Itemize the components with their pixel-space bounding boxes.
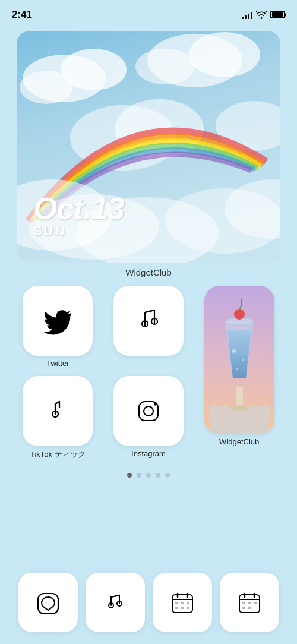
twitter-label: Twitter — [46, 359, 69, 368]
page-dot-2[interactable] — [137, 473, 141, 478]
widget-date: Oct.13 SUN — [33, 191, 124, 239]
page-dots — [0, 473, 297, 478]
instagram-icon — [133, 396, 164, 427]
svg-rect-43 — [248, 602, 251, 604]
status-time: 2:41 — [12, 9, 32, 21]
tiktok-label: TikTok ティック — [30, 449, 86, 460]
music-notes-icon — [102, 589, 129, 616]
line-icon — [34, 589, 62, 616]
svg-point-22 — [242, 359, 244, 361]
music-app-item — [108, 286, 190, 368]
svg-rect-44 — [254, 602, 257, 604]
music-icon-bg[interactable] — [113, 286, 184, 356]
svg-rect-17 — [236, 387, 243, 408]
widgetclub-icon[interactable] — [204, 286, 274, 434]
calendar1-icon — [169, 589, 196, 616]
page-dot-5[interactable] — [165, 473, 170, 478]
svg-point-23 — [236, 368, 238, 370]
svg-rect-45 — [242, 607, 245, 609]
calendar2-dock-item[interactable] — [220, 573, 279, 632]
page-dot-3[interactable] — [146, 473, 151, 478]
instagram-app-item: Instagram — [108, 376, 190, 460]
svg-rect-33 — [181, 602, 184, 604]
large-widget[interactable]: Oct.13 SUN — [17, 31, 280, 263]
status-bar: 2:41 — [0, 0, 297, 26]
page-dot-4[interactable] — [156, 473, 160, 478]
twitter-icon — [42, 305, 73, 336]
svg-point-18 — [229, 405, 250, 411]
widgetclub-app-item: WidgetClub — [198, 286, 280, 460]
widget-date-text: Oct.13 — [33, 191, 124, 226]
svg-point-26 — [154, 403, 156, 405]
page-dot-1[interactable] — [127, 473, 132, 478]
music-note-icon — [133, 305, 164, 336]
dock — [0, 566, 297, 644]
svg-rect-42 — [242, 602, 245, 604]
widgetclub-label: WidgetClub — [219, 437, 259, 446]
svg-rect-35 — [175, 607, 178, 609]
apps-section: Twitter — [0, 286, 297, 460]
tiktok-app-item: TikTok ティック — [17, 376, 99, 460]
instagram-icon-bg[interactable] — [113, 376, 184, 446]
tiktok-icon — [42, 396, 73, 427]
svg-point-20 — [234, 309, 245, 320]
large-widget-label: WidgetClub — [17, 267, 280, 277]
status-icons — [242, 11, 285, 19]
drink-illustration — [204, 286, 274, 434]
wifi-icon — [256, 11, 267, 19]
twitter-icon-bg[interactable] — [23, 286, 93, 356]
dock-inner — [14, 573, 283, 632]
svg-point-5 — [189, 32, 260, 77]
svg-rect-36 — [181, 607, 184, 609]
svg-point-3 — [20, 71, 73, 104]
battery-icon — [270, 11, 285, 18]
svg-rect-34 — [187, 602, 189, 604]
svg-rect-46 — [248, 607, 251, 609]
calendar2-icon — [236, 589, 263, 616]
signal-icon — [242, 11, 252, 19]
music-dock-item[interactable] — [86, 573, 145, 632]
apps-grid: Twitter — [17, 286, 280, 460]
calendar1-dock-item[interactable] — [153, 573, 212, 632]
svg-rect-37 — [187, 607, 189, 609]
tiktok-icon-bg[interactable] — [23, 376, 93, 446]
instagram-label: Instagram — [131, 449, 166, 458]
line-dock-item[interactable] — [18, 573, 78, 632]
svg-point-25 — [144, 406, 153, 416]
svg-point-6 — [135, 49, 195, 84]
twitter-app-item: Twitter — [17, 286, 99, 368]
svg-rect-32 — [175, 602, 178, 604]
widget-container: Oct.13 SUN WidgetClub — [0, 26, 297, 277]
svg-point-21 — [232, 349, 236, 353]
